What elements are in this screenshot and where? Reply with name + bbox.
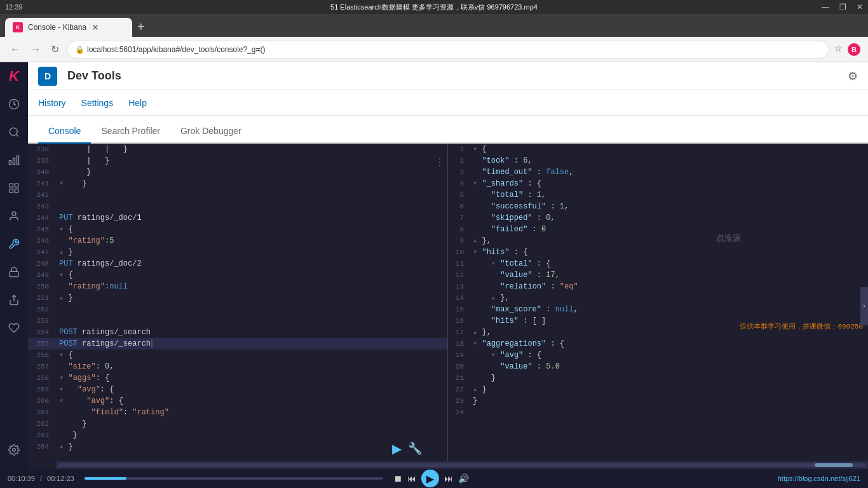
editor-line-255: 255 POST ratings/_search xyxy=(28,338,447,349)
editor-line-257: 257 "size": 0, xyxy=(28,361,447,372)
editor-line-247: 247 ▴ } xyxy=(28,247,447,258)
sidebar-icon-tools[interactable] xyxy=(0,230,28,258)
editor-line-259: 259 ▾ "avg": { xyxy=(28,384,447,395)
header-settings-icon[interactable]: ⚙ xyxy=(848,69,858,83)
sidebar-icon-share[interactable] xyxy=(0,286,28,314)
editor-line-261: 261 "field": "rating" xyxy=(28,407,447,418)
editor-line-258: 258 ▾ "aggs": { xyxy=(28,372,447,384)
editor-line-254: 254 POST ratings/_search xyxy=(28,327,447,338)
nav-settings[interactable]: Settings xyxy=(81,90,114,116)
sidebar-icon-settings[interactable] xyxy=(0,436,28,464)
svg-rect-9 xyxy=(15,189,18,193)
result-line-5: 5 "total" : 1, xyxy=(448,189,868,201)
result-line-12: 12 "value" : 17, xyxy=(448,269,868,281)
video-next-btn[interactable]: ⏭ xyxy=(444,473,453,484)
editor-line-248: 248 PUT ratings/_doc/2 xyxy=(28,258,447,269)
result-line-24: 24 xyxy=(448,407,868,418)
editor-line-251: 251 ▴ } xyxy=(28,292,447,304)
horizontal-scrollbar[interactable] xyxy=(56,461,868,469)
editor-line-250: 250 "rating":null xyxy=(28,281,447,292)
editor-line-245: 245 ▾ { xyxy=(28,224,447,235)
forward-btn[interactable]: → xyxy=(28,41,43,58)
nav-help[interactable]: Help xyxy=(128,90,147,116)
sidebar-icon-dashboard[interactable] xyxy=(0,174,28,202)
result-line-2: 2 "took" : 6, xyxy=(448,155,868,166)
video-total-time: 00:12:23 xyxy=(47,475,74,482)
editor-scroll-area[interactable]: 238 | | } 239 | } 240 } xyxy=(28,144,447,469)
sidebar-icon-lock[interactable] xyxy=(0,258,28,286)
svg-rect-11 xyxy=(10,271,18,276)
result-line-9: 9 ▴ }, xyxy=(448,235,868,247)
nav-history[interactable]: History xyxy=(38,90,66,116)
reload-btn[interactable]: ↻ xyxy=(48,41,62,58)
minimize-btn[interactable]: — xyxy=(822,3,829,11)
video-title: 51 Elasticsearch数据建模 更多学习资源，联系v信 9697967… xyxy=(330,3,538,12)
result-line-8: 8 "failed" : 0 xyxy=(448,224,868,235)
right-panel-collapse-btn[interactable]: › xyxy=(860,287,868,325)
result-line-17: 17 ▴ }, xyxy=(448,327,868,338)
editor-line-262: 262 } xyxy=(28,418,447,430)
svg-point-1 xyxy=(10,128,17,135)
editor-line-238: 238 | | } xyxy=(28,144,447,155)
browser-tab[interactable]: K Console - Kibana ✕ xyxy=(5,18,132,37)
result-line-7: 7 "skipped" : 0, xyxy=(448,212,868,224)
left-editor-panel[interactable]: 238 | | } 239 | } 240 } xyxy=(28,144,448,469)
editor-line-252: 252 xyxy=(28,304,447,315)
sidebar-icon-clock[interactable] xyxy=(0,90,28,118)
sidebar: K xyxy=(0,62,28,469)
editor-line-243: 243 xyxy=(28,201,447,212)
video-stop-btn[interactable]: ⏹ xyxy=(393,473,402,484)
result-line-3: 3 "timed_out" : false, xyxy=(448,166,868,178)
maximize-btn[interactable]: ❐ xyxy=(839,3,846,11)
more-options-icon[interactable]: ⋮ xyxy=(435,156,445,169)
editor-action-buttons: ▶ 🔧 xyxy=(392,441,422,456)
sidebar-icon-discover[interactable] xyxy=(0,118,28,146)
app-title: Dev Tools xyxy=(67,69,121,83)
video-volume-btn[interactable]: 🔊 xyxy=(458,473,469,484)
kibana-logo: K xyxy=(0,62,28,90)
run-button[interactable]: ▶ xyxy=(392,441,402,456)
tab-grok-debugger[interactable]: Grok Debugger xyxy=(170,119,252,144)
tab-search-profiler[interactable]: Search Profiler xyxy=(91,119,170,144)
scroll-thumb[interactable] xyxy=(815,463,853,467)
tab-close-btn[interactable]: ✕ xyxy=(92,22,99,32)
editor-line-240: 240 } xyxy=(28,166,447,178)
sidebar-icon-heart[interactable] xyxy=(0,314,28,342)
result-line-6: 6 "successful" : 1, xyxy=(448,201,868,212)
result-line-20: 20 "value" : 5.0 xyxy=(448,361,868,372)
editor-line-260: 260 ▾ "avg": { xyxy=(28,395,447,407)
result-line-14: 14 ▴ }, xyxy=(448,292,868,304)
bookmark-icon[interactable]: ☆ xyxy=(834,43,843,56)
video-progress-bar[interactable] xyxy=(85,477,383,480)
editor-line-264: 264 ▴ } xyxy=(28,441,447,452)
editor-line-249: 249 ▾ { xyxy=(28,269,447,281)
sidebar-icon-user[interactable] xyxy=(0,202,28,230)
window-controls[interactable]: — ❐ ✕ xyxy=(822,3,863,11)
result-line-22: 22 ▴ } xyxy=(448,384,868,395)
scroll-track[interactable] xyxy=(58,463,865,467)
address-icons: ☆ B xyxy=(834,43,860,56)
address-bar[interactable]: 🔒 localhost:5601/app/kibana#/dev_tools/c… xyxy=(67,41,829,58)
editor-line-241: 241 ▾ } xyxy=(28,178,447,189)
tab-console[interactable]: Console xyxy=(38,119,91,144)
svg-point-13 xyxy=(13,449,16,452)
result-line-19: 19 ▾ "avg" : { xyxy=(448,349,868,361)
sidebar-icon-visualize[interactable] xyxy=(0,146,28,174)
svg-line-2 xyxy=(16,134,18,136)
video-current-time: 00:10:39 xyxy=(8,475,35,482)
dev-tools-tabs: Console Search Profiler Grok Debugger xyxy=(28,116,868,144)
browser-time: 12:39 xyxy=(5,3,23,11)
result-line-16: 16 "hits" : [ ] xyxy=(448,315,868,327)
result-line-23: 23 } xyxy=(448,395,868,407)
video-prev-btn[interactable]: ⏮ xyxy=(407,473,416,484)
close-btn[interactable]: ✕ xyxy=(857,3,863,11)
right-editor-panel[interactable]: 1 ▾ { 2 "took" : 6, 3 "timed_out" : fals… xyxy=(448,144,868,469)
tools-button[interactable]: 🔧 xyxy=(408,441,422,456)
video-player-bar: 00:10:39 / 00:12:23 ⏹ ⏮ ▶ ⏭ 🔊 https://bl… xyxy=(0,469,868,488)
back-btn[interactable]: ← xyxy=(8,41,23,58)
video-play-btn[interactable]: ▶ xyxy=(421,470,439,487)
address-text: localhost:5601/app/kibana#/dev_tools/con… xyxy=(87,45,266,54)
top-nav: History Settings Help xyxy=(28,90,868,116)
new-tab-button[interactable]: + xyxy=(132,17,150,37)
user-icon[interactable]: B xyxy=(848,43,860,56)
